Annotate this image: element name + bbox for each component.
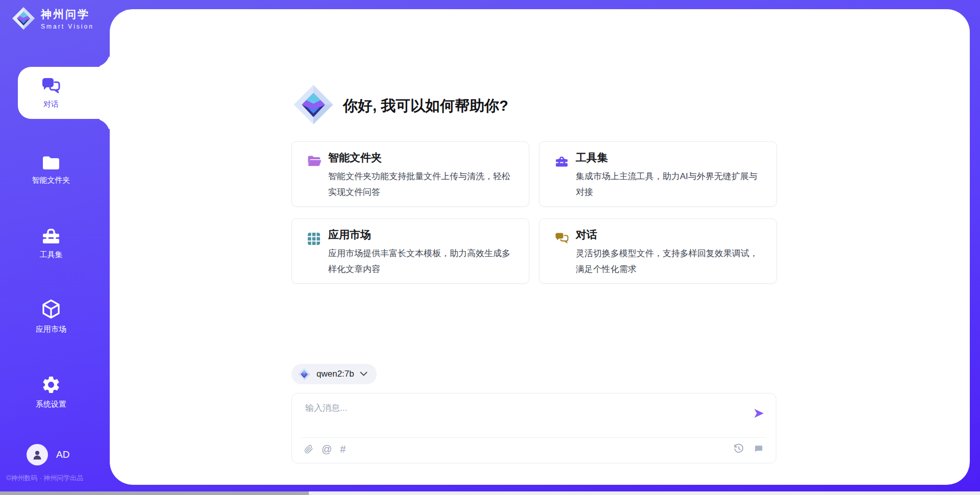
brand-subtitle: Smart Vision: [41, 23, 94, 30]
at-icon[interactable]: @: [322, 443, 332, 455]
input-divider: [301, 437, 767, 438]
card-description: 灵活切换多模型文件，支持多样回复效果调试，满足个性化需求: [576, 245, 766, 277]
user-name: AD: [56, 449, 69, 460]
card-description: 应用市场提供丰富长文本模板，助力高效生成多样化文章内容: [328, 245, 518, 277]
history-icon[interactable]: [733, 443, 744, 454]
send-icon[interactable]: [752, 407, 766, 420]
brand-logo-icon: [11, 6, 36, 31]
scrollbar-thumb[interactable]: [0, 491, 309, 495]
sidebar-item-label: 智能文件夹: [32, 176, 70, 185]
card-title: 对话: [576, 228, 597, 242]
greeting-title: 你好, 我可以如何帮助你?: [343, 96, 508, 116]
sidebar-item-label: 系统设置: [36, 400, 66, 409]
tab-curve-top: [94, 52, 110, 67]
chat-icon: [555, 232, 569, 244]
app-window: 神州问学 Smart Vision 对话 智能文件夹: [0, 0, 980, 495]
feature-card-app-market[interactable]: 应用市场 应用市场提供丰富长文本模板，助力高效生成多样化文章内容: [291, 218, 529, 284]
brand-name: 神州问学: [41, 7, 94, 21]
message-input[interactable]: [305, 401, 744, 416]
user-profile[interactable]: AD: [27, 444, 69, 465]
card-title: 智能文件夹: [328, 151, 382, 165]
input-toolbar-left: @ #: [304, 443, 346, 455]
toolbox-icon: [41, 227, 61, 245]
sidebar-footer: ©神州数码 · 神州问学出品: [6, 474, 108, 483]
card-description: 集成市场上主流工具，助力AI与外界无缝扩展与对接: [576, 168, 766, 200]
sidebar-item-label: 工具集: [40, 250, 63, 260]
sidebar-item-toolset[interactable]: 工具集: [0, 221, 102, 265]
grid-icon: [307, 232, 321, 245]
sidebar-item-label: 应用市场: [36, 325, 66, 334]
chat-input-box: @ #: [291, 393, 776, 463]
sidebar: 神州问学 Smart Vision 对话 智能文件夹: [0, 0, 110, 495]
model-name: qwen2:7b: [316, 369, 354, 379]
avatar: [27, 444, 48, 465]
horizontal-scrollbar[interactable]: [0, 491, 980, 495]
card-title: 应用市场: [328, 228, 371, 242]
brand: 神州问学 Smart Vision: [11, 6, 94, 31]
feature-card-chat[interactable]: 对话 灵活切换多模型文件，支持多样回复效果调试，满足个性化需求: [539, 218, 777, 284]
hash-icon[interactable]: #: [340, 443, 346, 455]
paperclip-icon[interactable]: [304, 443, 313, 455]
sidebar-item-smart-folder[interactable]: 智能文件夹: [0, 148, 102, 192]
sidebar-item-label: 对话: [43, 100, 59, 109]
greeting-logo-icon: [292, 83, 335, 126]
folder-open-icon: [307, 155, 322, 167]
cube-icon: [41, 299, 61, 320]
feature-card-toolset[interactable]: 工具集 集成市场上主流工具，助力AI与外界无缝扩展与对接: [539, 141, 777, 207]
sidebar-item-settings[interactable]: 系统设置: [0, 370, 102, 414]
card-description: 智能文件夹功能支持批量文件上传与清洗，轻松实现文件问答: [328, 168, 518, 200]
input-toolbar-right: [733, 443, 764, 454]
model-logo-icon: [298, 367, 311, 381]
chat-bubble-icon[interactable]: [753, 444, 764, 454]
chat-icon: [41, 77, 61, 95]
tab-curve-bottom: [94, 119, 110, 134]
folder-icon: [41, 155, 61, 171]
sidebar-item-app-market[interactable]: 应用市场: [0, 294, 102, 338]
sidebar-item-chat[interactable]: 对话: [18, 67, 110, 119]
chevron-down-icon: [360, 372, 368, 377]
model-selector[interactable]: qwen2:7b: [291, 364, 377, 384]
briefcase-icon: [555, 155, 569, 168]
feature-card-smart-folder[interactable]: 智能文件夹 智能文件夹功能支持批量文件上传与清洗，轻松实现文件问答: [291, 141, 529, 207]
user-icon: [31, 449, 43, 461]
card-title: 工具集: [576, 151, 608, 165]
gear-icon: [41, 375, 61, 395]
